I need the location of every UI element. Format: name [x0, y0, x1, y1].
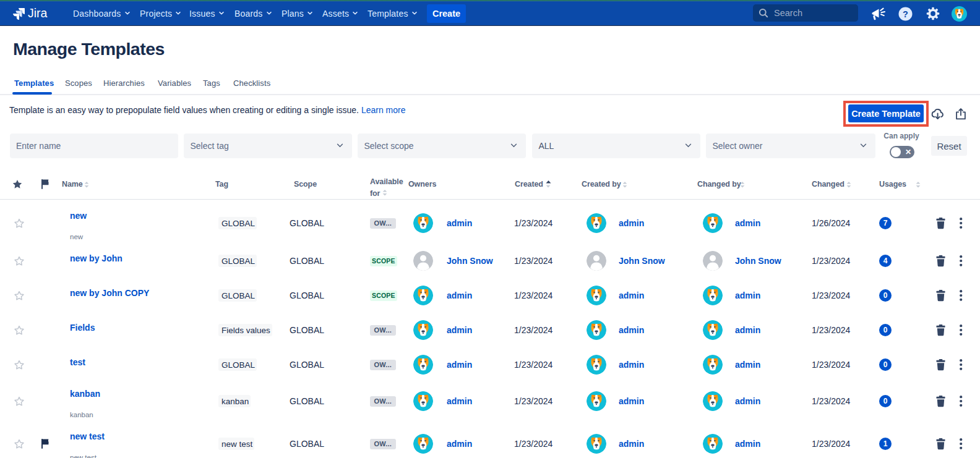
svg-text:?: ? — [903, 9, 908, 19]
